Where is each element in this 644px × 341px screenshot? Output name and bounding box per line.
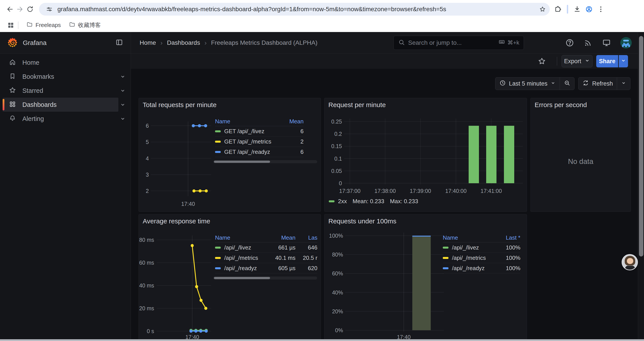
dashboard-toolbar: Export Share: [131, 54, 644, 69]
legend-scrollbar[interactable]: [213, 276, 317, 279]
panel-title[interactable]: Average response time: [143, 217, 210, 225]
panel-total-requests: Total requests per minute 6543217:40 Nam…: [138, 98, 321, 212]
svg-text:17:41:00: 17:41:00: [480, 188, 502, 194]
time-range-picker[interactable]: Last 5 minutes: [496, 78, 560, 90]
svg-text:6: 6: [146, 123, 149, 129]
legend[interactable]: 2xx Mean: 0.233 Max: 0.233: [329, 198, 418, 205]
bell-icon: [9, 115, 16, 123]
panel-title[interactable]: Errors per second: [534, 101, 587, 109]
favorite-star-icon[interactable]: [538, 57, 546, 65]
total-requests-chart: 6543217:40: [139, 111, 213, 212]
chevron-down-icon[interactable]: [118, 102, 127, 108]
sidebar-item-dashboards[interactable]: Dashboards: [0, 98, 131, 112]
legend-row[interactable]: /api/_/metrics100%: [443, 253, 520, 263]
svg-text:17:40:00: 17:40:00: [445, 188, 466, 194]
url-bar[interactable]: grafana.mathmast.com/d/deytv4rwavabkb/fr…: [39, 3, 550, 16]
svg-text:80 ms: 80 ms: [139, 237, 154, 243]
svg-text:60%: 60%: [332, 270, 343, 276]
bookmark-folder-freeleaps[interactable]: Freeleaps: [22, 20, 65, 31]
legend-row[interactable]: /api/_/metrics40.1 ms20.5 r: [215, 253, 318, 263]
home-icon: [9, 58, 16, 67]
reload-icon[interactable]: [25, 4, 35, 14]
chevron-down-icon[interactable]: [118, 88, 127, 94]
floating-assistant-avatar[interactable]: [622, 254, 638, 270]
panel-title[interactable]: Total requests per minute: [143, 101, 216, 109]
sidebar-item-home[interactable]: Home: [0, 56, 131, 70]
chevron-down-icon: [621, 80, 626, 87]
bookmark-star-icon[interactable]: [538, 4, 548, 14]
refresh-button[interactable]: Refresh: [578, 78, 617, 90]
svg-text:5: 5: [146, 139, 149, 145]
bookmark-folder-blogs[interactable]: 收藏博客: [65, 20, 105, 31]
export-button[interactable]: Export: [562, 55, 592, 67]
browser-toolbar: grafana.mathmast.com/d/deytv4rwavabkb/fr…: [0, 0, 644, 19]
kiosk-monitor-icon[interactable]: [602, 38, 611, 47]
keyboard-icon: [498, 38, 505, 47]
scrollbar-thumb[interactable]: [639, 36, 643, 256]
downloads-icon[interactable]: [572, 4, 582, 14]
breadcrumb-dashboards[interactable]: Dashboards: [167, 39, 200, 46]
legend-row[interactable]: /api/_/livez100%: [443, 242, 520, 253]
grafana-app: Grafana Home › Dashboards › Freeleaps Me…: [0, 32, 644, 339]
star-icon: [9, 87, 16, 95]
help-icon[interactable]: [565, 38, 574, 47]
series-swatch: [215, 257, 221, 259]
breadcrumb-home[interactable]: Home: [140, 39, 156, 46]
bookmark-label: 收藏博客: [78, 21, 101, 29]
user-avatar[interactable]: [620, 37, 632, 49]
sidebar-item-label: Home: [22, 59, 39, 66]
sidebar-toggle-icon[interactable]: [115, 38, 124, 47]
sidebar-item-alerting[interactable]: Alerting: [0, 112, 131, 126]
svg-text:3: 3: [146, 172, 149, 178]
sidebar-item-bookmarks[interactable]: Bookmarks: [0, 70, 131, 84]
search-box[interactable]: ⌘+k: [394, 36, 524, 50]
svg-text:0.25: 0.25: [331, 119, 342, 125]
apps-grid-icon[interactable]: [6, 20, 16, 30]
panel-title[interactable]: Request per minute: [328, 101, 386, 109]
legend-row[interactable]: /api/_/livez661 µs646: [215, 242, 318, 253]
breadcrumb-current: Freeleaps Metrics Dashboard (ALPHA): [211, 39, 318, 46]
share-button[interactable]: Share: [596, 55, 618, 67]
chevron-down-icon[interactable]: [118, 74, 127, 80]
news-rss-icon[interactable]: [584, 38, 593, 47]
share-dropdown-button[interactable]: [619, 55, 628, 67]
refresh-interval-dropdown[interactable]: [617, 78, 630, 90]
sidebar-item-label: Starred: [22, 87, 43, 94]
back-icon[interactable]: [5, 4, 15, 14]
bookmark-icon: [9, 72, 16, 81]
legend-scrollbar[interactable]: [213, 160, 317, 163]
svg-text:17:38:00: 17:38:00: [374, 188, 396, 194]
svg-text:0.1: 0.1: [334, 156, 342, 162]
breadcrumb: Home › Dashboards › Freeleaps Metrics Da…: [140, 39, 318, 47]
folder-icon: [26, 21, 33, 29]
svg-text:0.05: 0.05: [331, 168, 342, 174]
sidebar-item-starred[interactable]: Starred: [0, 84, 131, 98]
chevron-down-icon[interactable]: [118, 116, 127, 122]
svg-text:20%: 20%: [332, 308, 343, 314]
legend-row[interactable]: /api/_/readyz605 µs620: [215, 263, 318, 273]
svg-text:0.2: 0.2: [334, 131, 342, 137]
forward-icon[interactable]: [15, 4, 25, 14]
zoom-out-button[interactable]: [560, 78, 574, 90]
menu-icon[interactable]: [596, 4, 606, 14]
profile-icon[interactable]: [584, 4, 594, 14]
page-scrollbar[interactable]: [638, 32, 644, 339]
search-shortcut: ⌘+k: [498, 38, 519, 47]
panel-request-per-minute: Request per minute 0.250.20.150.10.05017…: [324, 98, 527, 212]
legend-row[interactable]: /api/_/readyz100%: [443, 263, 520, 273]
search-input[interactable]: [408, 39, 495, 46]
series-swatch: [215, 151, 221, 153]
legend-table: NameMeanLas/api/_/livez661 µs646/api/_/m…: [215, 233, 318, 273]
bookmarks-separator: [18, 22, 18, 29]
legend-max: Max: 0.233: [390, 198, 418, 205]
site-settings-icon[interactable]: [44, 4, 54, 14]
refresh-icon: [582, 80, 589, 88]
legend-row[interactable]: GET /api/_/metrics2: [215, 137, 304, 147]
svg-text:40 ms: 40 ms: [139, 282, 154, 288]
panel-title[interactable]: Requests under 100ms: [328, 217, 396, 225]
panel-errors-per-second: Errors per second No data: [530, 98, 631, 212]
legend-row[interactable]: GET /api/_/readyz6: [215, 147, 304, 157]
url-text[interactable]: grafana.mathmast.com/d/deytv4rwavabkb/fr…: [58, 6, 538, 13]
extensions-icon[interactable]: [553, 4, 563, 14]
legend-row[interactable]: GET /api/_/livez6: [215, 126, 304, 137]
